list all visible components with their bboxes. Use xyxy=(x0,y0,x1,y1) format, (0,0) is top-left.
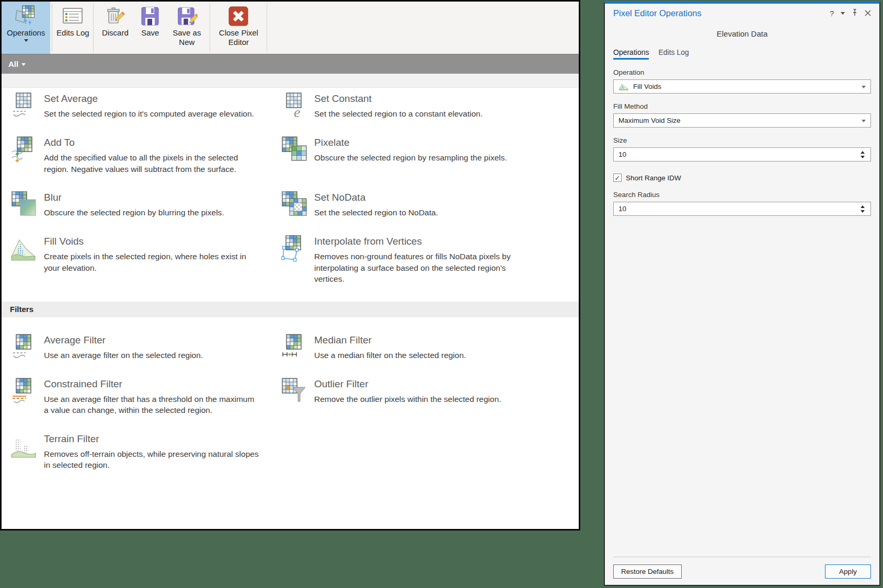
operation-dropdown[interactable]: Fill Voids xyxy=(613,79,871,94)
save-icon xyxy=(139,4,161,28)
set-nodata-icon xyxy=(281,191,307,218)
gallery-item-terrain-filter[interactable]: Terrain Filter Removes off-terrain objec… xyxy=(2,433,272,471)
gallery-filter-label: All xyxy=(8,60,18,68)
filters-section-label: Filters xyxy=(10,305,33,314)
chevron-down-icon xyxy=(24,39,28,44)
fill-voids-icon xyxy=(11,235,37,262)
short-range-idw-row: ✓ Short Range IDW xyxy=(613,174,871,182)
gallery-item-desc: Set the selected region to it's computed… xyxy=(44,108,254,120)
gallery-item-desc: Add the specified value to all the pixel… xyxy=(44,152,261,175)
ribbon-discard-label: Discard xyxy=(102,28,129,38)
gallery-item-title: Set NoData xyxy=(314,192,438,203)
operation-value: Fill Voids xyxy=(633,83,661,90)
gallery-item-desc: Use an average filter on the selected re… xyxy=(44,350,203,361)
gallery-item-set-average[interactable]: Set Average Set the selected region to i… xyxy=(2,93,272,120)
gallery-item-title: Set Constant xyxy=(314,93,483,105)
gallery-item-desc: Obscure the selected region by blurring … xyxy=(44,207,224,218)
median-filter-icon xyxy=(281,334,307,361)
gallery-item-add-to[interactable]: Add To Add the specified value to all th… xyxy=(2,136,272,175)
size-spinner[interactable]: 10 xyxy=(613,147,871,162)
operation-label: Operation xyxy=(613,68,871,76)
fill-method-value: Maximum Void Size xyxy=(618,117,681,124)
apply-button[interactable]: Apply xyxy=(825,564,871,579)
pane-header: Pixel Editor Operations ? xyxy=(613,8,871,18)
gallery-item-title: Outlier Filter xyxy=(314,378,501,390)
spinner-up-icon[interactable] xyxy=(861,205,865,208)
ribbon-save-label: Save xyxy=(141,28,159,38)
gallery-item-desc: Use a median filter on the selected regi… xyxy=(314,350,466,361)
ribbon-operations-label: Operations xyxy=(7,28,45,38)
help-icon[interactable]: ? xyxy=(830,10,834,17)
spinner-up-icon[interactable] xyxy=(861,151,865,154)
desktop-background: Operations Edits Log xyxy=(0,0,883,588)
short-range-idw-checkbox[interactable]: ✓ xyxy=(613,174,622,182)
ribbon-save-as-new-label: Save as New xyxy=(167,28,206,47)
set-average-icon xyxy=(11,93,37,120)
search-radius-spinner[interactable]: 10 xyxy=(613,202,871,216)
pin-icon[interactable] xyxy=(852,9,858,18)
search-radius-value: 10 xyxy=(618,205,626,213)
pane-footer: Restore Defaults Apply xyxy=(613,557,871,579)
gallery-item-blur[interactable]: Blur Obscure the selected region by blur… xyxy=(2,191,272,218)
gallery-item-title: Constrained Filter xyxy=(44,378,261,390)
gallery-item-desc: Use an average filter that has a thresho… xyxy=(44,394,261,416)
pane-empty-space xyxy=(613,216,871,557)
short-range-idw-label: Short Range IDW xyxy=(626,174,681,182)
gallery-filter-bar[interactable]: All xyxy=(2,54,579,74)
ribbon-discard-button[interactable]: Discard xyxy=(97,2,133,54)
gallery-item-outlier-filter[interactable]: Outlier Filter Remove the outlier pixels… xyxy=(272,378,579,405)
gallery-item-title: Add To xyxy=(44,137,261,148)
ribbon-close-pixel-editor-button[interactable]: Close Pixel Editor xyxy=(214,2,263,54)
ribbon-separator xyxy=(93,4,94,52)
spinner-down-icon[interactable] xyxy=(861,210,865,213)
operations-gallery: Set Average Set the selected region to i… xyxy=(2,88,579,529)
ribbon-toolbar: Operations Edits Log xyxy=(2,2,579,54)
ribbon-save-as-new-button[interactable]: Save as New xyxy=(167,2,206,54)
pane-menu-chevron-icon[interactable] xyxy=(841,12,845,17)
fill-method-dropdown[interactable]: Maximum Void Size xyxy=(613,113,871,128)
size-value: 10 xyxy=(618,151,626,158)
gallery-item-set-nodata[interactable]: Set NoData Set the selected region to No… xyxy=(272,191,579,218)
fill-voids-mini-icon xyxy=(618,83,629,91)
pane-title: Pixel Editor Operations xyxy=(613,8,702,18)
set-constant-icon: e xyxy=(281,93,307,120)
blur-icon xyxy=(11,191,37,218)
tab-operations[interactable]: Operations xyxy=(613,48,649,60)
gallery-item-fill-voids[interactable]: Fill Voids Create pixels in the selected… xyxy=(2,235,272,273)
close-icon[interactable] xyxy=(865,9,871,18)
filters-section-header: Filters xyxy=(2,302,579,317)
tab-edits-log[interactable]: Edits Log xyxy=(658,48,689,60)
ribbon-edits-log-label: Edits Log xyxy=(56,28,89,38)
chevron-down-icon xyxy=(862,86,866,90)
gallery-item-desc: Obscure the selected region by resamplin… xyxy=(314,152,507,164)
gallery-item-average-filter[interactable]: Average Filter Use an average filter on … xyxy=(2,334,272,361)
search-radius-label: Search Radius xyxy=(613,191,871,199)
fill-method-label: Fill Method xyxy=(613,102,871,110)
gallery-item-desc: Set the selected region to NoData. xyxy=(314,207,438,218)
restore-defaults-button[interactable]: Restore Defaults xyxy=(613,564,682,579)
gallery-item-title: Pixelate xyxy=(314,137,507,148)
pixelate-icon xyxy=(281,136,307,164)
gallery-item-pixelate[interactable]: Pixelate Obscure the selected region by … xyxy=(272,136,579,164)
gallery-item-title: Set Average xyxy=(44,93,254,105)
gallery-item-constrained-filter[interactable]: Constrained Filter Use an average filter… xyxy=(2,378,272,416)
gallery-item-median-filter[interactable]: Median Filter Use a median filter on the… xyxy=(272,334,579,361)
gallery-item-set-constant[interactable]: e Set Constant Set the selected region t… xyxy=(272,93,579,120)
ribbon-edits-log-button[interactable]: Edits Log xyxy=(56,2,89,54)
ribbon-operations-button[interactable]: Operations xyxy=(2,2,50,54)
discard-icon xyxy=(104,4,126,28)
pane-tabs: Operations Edits Log xyxy=(613,48,871,60)
gallery-item-title: Fill Voids xyxy=(44,236,261,247)
gallery-item-desc: Removes non-ground features or fills NoD… xyxy=(314,251,531,285)
ribbon-save-button[interactable]: Save xyxy=(137,2,163,54)
spinner-down-icon[interactable] xyxy=(861,156,865,158)
gallery-item-interpolate-from-vertices[interactable]: Interpolate from Vertices Removes non-gr… xyxy=(272,235,579,285)
gallery-item-desc: Remove the outlier pixels within the sel… xyxy=(314,394,501,405)
ribbon-separator xyxy=(267,4,267,52)
ribbon-separator xyxy=(210,4,210,52)
layer-subtitle: Elevation Data xyxy=(613,29,871,38)
close-pixel-editor-icon xyxy=(227,4,249,28)
edits-log-icon xyxy=(62,4,84,28)
constrained-filter-icon xyxy=(11,378,37,405)
gallery-item-title: Interpolate from Vertices xyxy=(314,236,531,247)
